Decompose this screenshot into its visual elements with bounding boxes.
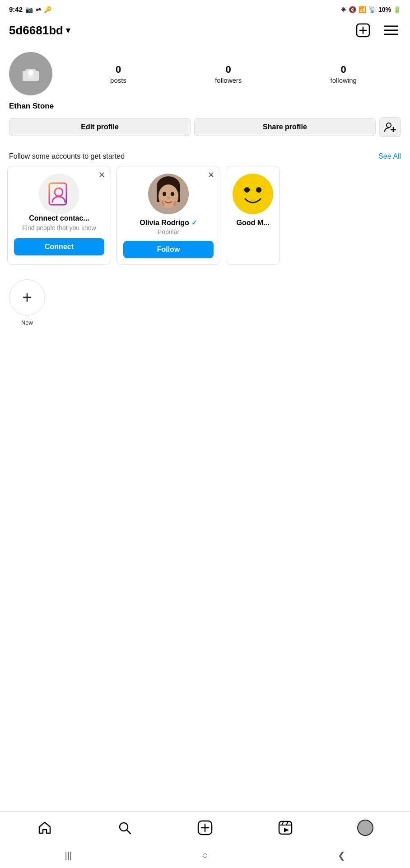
edit-profile-button[interactable]: Edit profile [9, 118, 191, 136]
profile-top: 0 posts 0 followers 0 following [9, 52, 401, 95]
key-icon: 🔑 [44, 6, 51, 13]
suggestions-scroll: ✕ Connect contac... Find people that you… [0, 166, 410, 272]
posts-count: 0 [116, 64, 121, 75]
suggestion-card-connect: ✕ Connect contac... Find people that you… [7, 166, 111, 265]
nav-home-button[interactable] [32, 817, 57, 838]
stories-section: + New [0, 272, 410, 333]
android-home-button[interactable]: ○ [191, 849, 219, 861]
avatar[interactable] [9, 52, 52, 95]
suggestions-header: Follow some accounts to get started See … [0, 144, 410, 166]
follow-olivia-button[interactable]: Follow [123, 241, 214, 258]
header-username: 5d6681bd [9, 24, 63, 38]
share-profile-button[interactable]: Share profile [194, 118, 376, 136]
svg-point-20 [167, 197, 170, 198]
verified-icon: ✓ [191, 219, 197, 227]
status-bar: 9:42 📷 ⇌ 🔑 ✳ 🔇 📶 📡 10% 🔋 [0, 0, 410, 17]
connect-card-desc: Find people that you know [22, 224, 96, 233]
profile-section: 0 posts 0 followers 0 following Ethan St… [0, 47, 410, 144]
android-recents-button[interactable]: ||| [55, 850, 82, 861]
time-display: 9:42 [9, 5, 23, 13]
profile-nav-avatar [357, 820, 373, 836]
following-count: 0 [341, 64, 346, 75]
svg-point-12 [55, 188, 63, 196]
camera-avatar-icon [21, 64, 41, 84]
close-olivia-card-button[interactable]: ✕ [208, 171, 214, 179]
followers-label: followers [215, 76, 242, 84]
nfc-icon: ⇌ [36, 6, 41, 13]
new-story-circle[interactable]: + [9, 279, 45, 316]
app-header: 5d6681bd ▾ [0, 17, 410, 47]
battery-label: 10% [378, 6, 391, 13]
suggestions-title: Follow some accounts to get started [9, 152, 125, 160]
status-icons: ✳ 🔇 📶 📡 10% 🔋 [341, 6, 401, 13]
connect-contacts-icon [39, 174, 79, 214]
posts-stat[interactable]: 0 posts [110, 64, 126, 84]
new-story-button[interactable]: + New [9, 279, 45, 326]
android-back-button[interactable]: ❮ [328, 850, 355, 861]
svg-marker-35 [284, 828, 289, 832]
nav-search-button[interactable] [112, 817, 137, 838]
smiley-avatar [233, 174, 273, 214]
see-all-button[interactable]: See All [378, 152, 401, 160]
svg-point-18 [163, 192, 166, 196]
chevron-down-icon: ▾ [66, 25, 70, 35]
nav-add-button[interactable] [192, 817, 218, 838]
followers-stat[interactable]: 0 followers [215, 64, 242, 84]
connect-button[interactable]: Connect [14, 238, 104, 255]
header-actions [353, 20, 401, 40]
wifi-icon: 📶 [359, 6, 366, 13]
bluetooth-icon: ✳ [341, 6, 346, 13]
following-stat[interactable]: 0 following [331, 64, 357, 84]
connect-card-name: Connect contac... [29, 214, 89, 222]
mute-icon: 🔇 [349, 6, 356, 13]
menu-button[interactable] [381, 20, 401, 40]
svg-point-7 [28, 74, 33, 78]
nav-reels-button[interactable] [273, 817, 298, 838]
following-label: following [331, 76, 357, 84]
plus-icon: + [22, 289, 32, 306]
profile-actions: Edit profile Share profile [9, 117, 401, 137]
olivia-card-subtitle: Popular [158, 228, 179, 236]
svg-point-23 [233, 174, 273, 214]
svg-point-25 [256, 187, 261, 193]
add-post-button[interactable] [353, 20, 373, 40]
suggestion-card-smiley: Good M... [226, 166, 280, 265]
followers-count: 0 [226, 64, 231, 75]
status-time: 9:42 📷 ⇌ 🔑 [9, 5, 51, 13]
smiley-card-name: Good M... [237, 219, 270, 227]
posts-label: posts [110, 76, 126, 84]
olivia-avatar [148, 174, 189, 214]
android-nav-bar: ||| ○ ❮ [0, 843, 410, 868]
profile-name: Ethan Stone [9, 102, 401, 111]
svg-line-27 [127, 830, 130, 834]
new-story-label: New [21, 319, 33, 326]
olivia-card-name: Olivia Rodrigo ✓ [140, 219, 197, 227]
close-connect-card-button[interactable]: ✕ [98, 171, 105, 179]
svg-point-19 [171, 192, 174, 196]
profile-stats: 0 posts 0 followers 0 following [66, 64, 401, 84]
suggestion-card-olivia: ✕ Oli [116, 166, 220, 265]
camera-icon: 📷 [25, 6, 33, 13]
svg-rect-31 [279, 821, 292, 834]
nav-profile-button[interactable] [353, 817, 378, 838]
svg-point-8 [387, 123, 391, 127]
battery-icon: 🔋 [393, 6, 401, 13]
add-person-button[interactable] [379, 117, 401, 137]
username-selector[interactable]: 5d6681bd ▾ [9, 24, 70, 38]
signal-icon: 📡 [368, 6, 376, 13]
bottom-nav [0, 811, 410, 843]
